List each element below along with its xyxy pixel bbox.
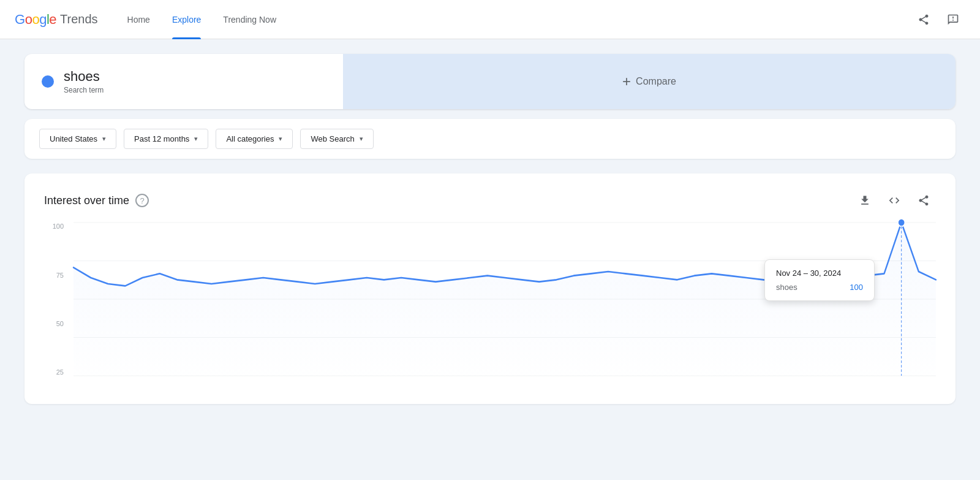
chart-title: Interest over time: [44, 194, 129, 207]
feedback-button[interactable]: [941, 7, 965, 32]
compare-label: Compare: [636, 76, 676, 87]
time-chevron-down-icon: ▾: [194, 135, 198, 143]
search-type-chevron-down-icon: ▾: [360, 135, 363, 143]
filters-card: United States ▾ Past 12 months ▾ All cat…: [24, 119, 956, 159]
feedback-icon: [947, 13, 959, 26]
compare-card[interactable]: + Compare: [343, 54, 956, 109]
y-axis-labels: 100 75 50 25: [44, 223, 69, 376]
nav-explore[interactable]: Explore: [162, 0, 211, 39]
filter-region-label: United States: [50, 134, 97, 143]
chart-highlight-dot: [898, 219, 905, 227]
google-wordmark: Google: [15, 12, 56, 28]
filter-category[interactable]: All categories ▾: [216, 129, 293, 149]
chart-actions: [853, 188, 936, 213]
y-label-25: 25: [56, 368, 64, 376]
chart-share-button[interactable]: [911, 188, 936, 213]
chart-header: Interest over time ?: [44, 188, 936, 213]
filter-time[interactable]: Past 12 months ▾: [124, 129, 208, 149]
filter-time-label: Past 12 months: [134, 134, 189, 143]
y-label-100: 100: [53, 223, 64, 230]
logo: Google Trends: [15, 12, 98, 28]
search-section: shoes Search term + Compare: [24, 54, 956, 109]
main-nav: Home Explore Trending Now: [118, 0, 911, 39]
search-term-label: Search term: [64, 86, 104, 94]
share-button[interactable]: [911, 7, 936, 32]
header-actions: [911, 7, 965, 32]
chart-plot: [74, 223, 936, 376]
chart-line: [74, 223, 936, 286]
main-content: shoes Search term + Compare United State…: [0, 39, 980, 419]
search-dot: [42, 75, 54, 88]
filter-region[interactable]: United States ▾: [39, 129, 116, 149]
download-button[interactable]: [853, 188, 877, 213]
chart-svg: [74, 223, 936, 376]
filter-search-type-label: Web Search: [311, 134, 354, 143]
nav-trending-now[interactable]: Trending Now: [213, 0, 286, 39]
trends-wordmark: Trends: [60, 12, 98, 26]
help-question-mark: ?: [140, 196, 144, 205]
chart-card: Interest over time ?: [24, 173, 956, 404]
region-chevron-down-icon: ▾: [102, 135, 106, 143]
search-term-card: shoes Search term: [24, 54, 343, 109]
help-icon[interactable]: ?: [135, 194, 149, 207]
y-label-50: 50: [56, 320, 64, 327]
embed-button[interactable]: [882, 188, 907, 213]
search-term-name: shoes: [64, 69, 104, 85]
chart-title-group: Interest over time ?: [44, 194, 149, 207]
header: Google Trends Home Explore Trending Now: [0, 0, 980, 39]
chart-area: [74, 223, 936, 376]
category-chevron-down-icon: ▾: [279, 135, 282, 143]
y-label-75: 75: [56, 272, 64, 279]
search-term-info: shoes Search term: [64, 69, 104, 94]
chart-share-icon: [918, 194, 930, 207]
download-icon: [859, 194, 871, 207]
filter-search-type[interactable]: Web Search ▾: [300, 129, 373, 149]
chart-container: 100 75 50 25: [44, 223, 936, 394]
share-icon: [918, 13, 930, 26]
compare-plus-icon: +: [622, 73, 631, 90]
filter-category-label: All categories: [226, 134, 274, 143]
nav-home[interactable]: Home: [118, 0, 160, 39]
embed-icon: [888, 194, 900, 207]
